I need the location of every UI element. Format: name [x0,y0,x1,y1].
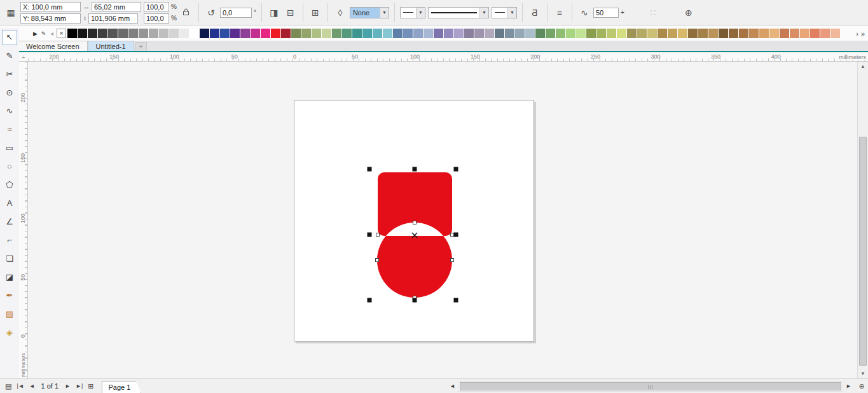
color-swatch[interactable] [128,29,138,38]
color-swatch[interactable] [169,29,179,38]
color-swatch[interactable] [688,29,698,38]
ruler-origin-icon[interactable]: + [19,53,28,62]
selection-handle[interactable] [413,298,417,303]
scale-h-field[interactable]: 100,0 [144,2,169,12]
color-swatch[interactable] [617,29,626,38]
page[interactable] [294,100,534,341]
color-swatch[interactable] [800,29,809,38]
selection-handle[interactable] [413,167,417,172]
zoom-corner-button[interactable]: ⊕ [855,382,868,390]
ellipse-tool[interactable]: ○ [2,159,17,174]
selection-handle[interactable] [368,167,372,172]
selection-handle[interactable] [368,233,372,237]
document-tab[interactable]: Untitled-1 [88,41,134,51]
color-swatch[interactable] [678,29,687,38]
color-swatch[interactable] [627,29,637,38]
start-arrowhead-combo[interactable]: ▼ [400,7,425,18]
drop-shadow-tool[interactable]: ❏ [2,251,17,266]
scroll-right-icon[interactable]: ► [843,383,854,389]
color-swatch[interactable] [566,29,575,38]
color-swatch[interactable] [464,29,474,38]
page-sorter-icon[interactable]: ▤ [3,382,14,390]
object-width-field[interactable]: 65,02 mm [92,2,141,12]
color-swatch[interactable] [393,29,403,38]
color-swatch[interactable] [698,29,708,38]
chevron-down-icon[interactable]: ▼ [380,8,389,18]
mirror-horizontal-button[interactable]: ◨ [267,6,281,20]
curve-node[interactable] [376,259,379,262]
color-swatch[interactable] [88,29,97,38]
snap-grid-icon[interactable]: ▦ [4,6,18,20]
color-swatch[interactable] [210,29,219,38]
scroll-up-icon[interactable]: ▲ [858,62,868,71]
color-swatch[interactable] [729,29,738,38]
chevron-down-icon[interactable]: ▼ [416,8,425,18]
shape-tool[interactable]: ✎ [2,48,17,64]
palette-edit-icon[interactable]: ✎ [40,31,47,37]
color-swatch[interactable] [637,29,647,38]
color-swatch[interactable] [200,29,209,38]
color-swatch[interactable] [149,29,158,38]
color-swatch[interactable] [281,29,291,38]
color-swatch[interactable] [708,29,718,38]
new-tab-button[interactable]: + [135,42,147,51]
color-swatch[interactable] [413,29,423,38]
wrap-text-button[interactable]: ≡ [553,6,567,20]
color-swatch[interactable] [179,29,189,38]
curve-node[interactable] [413,221,417,224]
object-height-field[interactable]: 101,906 mm [88,13,138,24]
palette-flyout-icon[interactable]: ▶ [32,31,39,37]
selection-handle[interactable] [368,298,372,303]
add-page-button[interactable]: ⊞ [85,382,96,390]
color-swatch[interactable] [261,29,270,38]
color-swatch[interactable] [485,29,494,38]
chevron-down-icon[interactable]: ▼ [479,8,488,18]
color-swatch[interactable] [301,29,311,38]
document-tab[interactable]: Welcome Screen [18,41,88,51]
horizontal-scrollbar[interactable]: ◄ ||| ► [447,381,854,392]
curve-node[interactable] [451,233,454,237]
color-swatch[interactable] [576,29,586,38]
color-swatch[interactable] [220,29,230,38]
canvas[interactable] [28,62,857,378]
first-page-button[interactable]: |◄ [14,383,26,389]
scroll-left-icon[interactable]: ◄ [447,383,458,389]
color-swatch[interactable] [546,29,555,38]
zoom-tool[interactable]: ⊙ [2,85,17,100]
freehand-tool[interactable]: ∿ [2,104,17,119]
smoothing-field[interactable]: 50 [593,8,619,18]
close-curve-button[interactable]: Ƌ [528,6,542,20]
color-eyedropper-tool[interactable]: ✒ [2,288,17,303]
color-swatch[interactable] [780,29,789,38]
color-swatch[interactable] [759,29,769,38]
previous-page-button[interactable]: ◄ [27,383,38,389]
quick-customize-button[interactable]: ⊕ [682,6,696,20]
polygon-tool[interactable]: ⬠ [2,177,17,193]
vertical-scroll-thumb[interactable] [859,137,867,366]
color-swatch[interactable] [67,29,77,38]
color-swatch[interactable] [454,29,464,38]
color-swatch[interactable] [78,29,87,38]
color-swatch[interactable] [790,29,799,38]
palette-scroll-left-icon[interactable]: ◄ [48,31,55,37]
color-swatch[interactable] [98,29,107,38]
color-swatch[interactable] [739,29,748,38]
palette-scroll-right-icon[interactable]: › [856,30,858,38]
color-swatch[interactable] [342,29,352,38]
color-swatch[interactable] [586,29,596,38]
horizontal-scroll-thumb[interactable]: ||| [460,382,841,390]
vertical-scrollbar[interactable]: ▲ ▼ [857,62,868,378]
color-swatch[interactable] [251,29,260,38]
color-swatch[interactable] [668,29,677,38]
color-swatch[interactable] [322,29,331,38]
color-swatch[interactable] [474,29,484,38]
color-swatch[interactable] [515,29,525,38]
rotation-field[interactable]: 0,0 [220,8,252,18]
lock-ratio-button[interactable] [179,6,193,20]
selection-handle[interactable] [454,167,458,172]
color-swatch[interactable] [607,29,616,38]
color-swatch[interactable] [749,29,759,38]
chevron-down-icon[interactable]: ▼ [507,8,516,18]
crop-tool[interactable]: ✂ [2,67,17,82]
connector-tool[interactable]: ⌐ [2,233,17,248]
